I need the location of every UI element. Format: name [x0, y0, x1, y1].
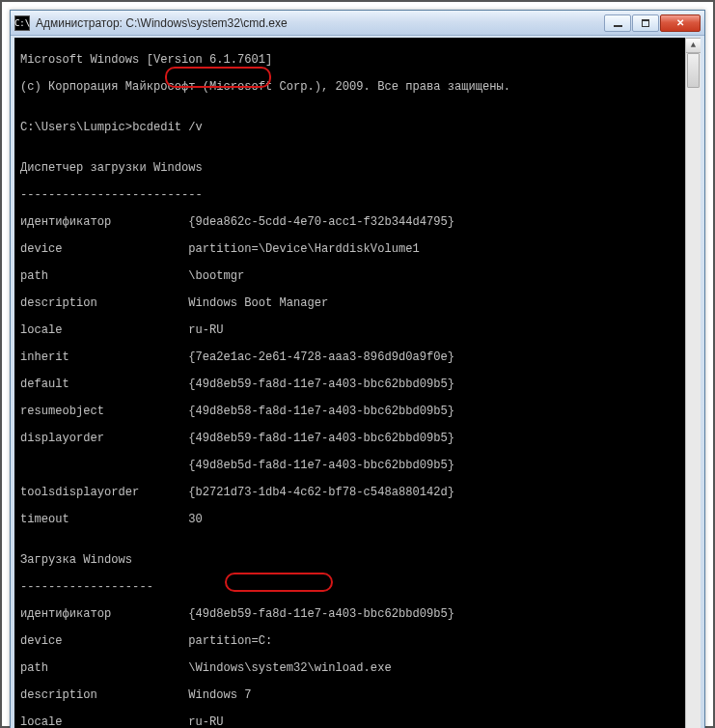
section-sep: -------------------------- [20, 188, 695, 202]
output-line: inherit {7ea2e1ac-2e61-4728-aaa3-896d9d0… [20, 350, 695, 364]
prompt-path: C:\Users\Lumpic> [20, 121, 132, 134]
window-buttons: ✕ [604, 14, 701, 32]
output-line: идентификатор {49d8eb59-fa8d-11e7-a403-b… [20, 607, 695, 621]
window-title: Администратор: C:\Windows\system32\cmd.e… [36, 16, 604, 30]
entered-command: bcdedit /v [132, 121, 203, 134]
section-title: Диспетчер загрузки Windows [20, 161, 695, 175]
output-line: path \bootmgr [20, 269, 695, 283]
banner-line: Microsoft Windows [Version 6.1.7601] [20, 53, 695, 67]
scroll-thumb[interactable] [687, 53, 700, 88]
minimize-button[interactable] [604, 14, 631, 32]
scroll-up-button[interactable]: ▲ [686, 38, 701, 53]
close-button[interactable]: ✕ [660, 14, 701, 32]
output-line: description Windows 7 [20, 688, 695, 702]
cmd-window: C:\ Администратор: C:\Windows\system32\c… [10, 10, 705, 728]
prompt-line: C:\Users\Lumpic>bcdedit /v [20, 121, 695, 134]
output-line: resumeobject {49d8eb58-fa8d-11e7-a403-bb… [20, 405, 695, 418]
scroll-track[interactable] [686, 53, 701, 728]
cmd-icon: C:\ [14, 15, 30, 31]
copyright-line: (c) Корпорация Майкрософт (Microsoft Cor… [20, 80, 695, 94]
output-line: идентификатор {9dea862c-5cdd-4e70-acc1-f… [20, 215, 695, 229]
output-line: device partition=\Device\HarddiskVolume1 [20, 242, 695, 256]
output-line: displayorder {49d8eb59-fa8d-11e7-a403-bb… [20, 432, 695, 445]
vertical-scrollbar[interactable]: ▲ ▼ [685, 38, 701, 728]
output-line: device partition=C: [20, 634, 695, 648]
maximize-button[interactable] [632, 14, 659, 32]
output-line: description Windows Boot Manager [20, 296, 695, 310]
output-line: timeout 30 [20, 513, 695, 526]
output-line: default {49d8eb59-fa8d-11e7-a403-bbc62bb… [20, 378, 695, 391]
section-title: Загрузка Windows [20, 553, 695, 567]
terminal-client: Microsoft Windows [Version 6.1.7601] (c)… [14, 38, 701, 728]
output-line: {49d8eb5d-fa8d-11e7-a403-bbc62bbd09b5} [20, 459, 695, 472]
screenshot-frame: C:\ Администратор: C:\Windows\system32\c… [0, 0, 715, 728]
output-line: locale ru-RU [20, 715, 695, 728]
title-bar[interactable]: C:\ Администратор: C:\Windows\system32\c… [11, 11, 704, 36]
output-line: locale ru-RU [20, 323, 695, 337]
section-sep: ------------------- [20, 580, 695, 594]
output-line: path \Windows\system32\winload.exe [20, 661, 695, 675]
output-line: toolsdisplayorder {b2721d73-1db4-4c62-bf… [20, 486, 695, 499]
terminal-output[interactable]: Microsoft Windows [Version 6.1.7601] (c)… [14, 38, 701, 728]
